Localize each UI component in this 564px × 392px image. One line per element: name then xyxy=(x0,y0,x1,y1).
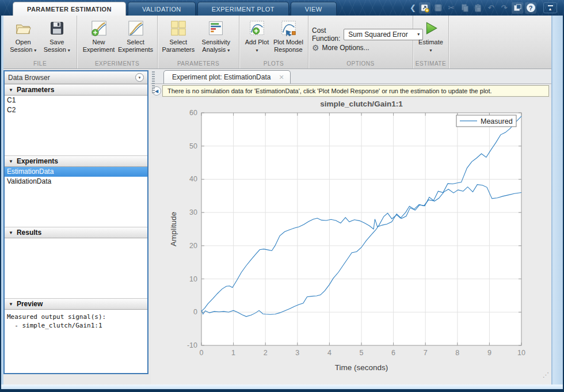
preview-text: Measured output signal(s): - simple_clut… xyxy=(7,313,145,330)
document-tab-strip: Experiment plot: EstimationData ✕ xyxy=(151,70,551,84)
ribbon-toolstrip: Open Session▾ Save Session▾ xyxy=(3,16,551,69)
parameter-item-c2[interactable]: C2 xyxy=(5,105,147,115)
app-window: PARAMETER ESTIMATIONVALIDATIONEXPERIMENT… xyxy=(0,0,564,392)
section-header-results[interactable]: ▼ Results xyxy=(5,227,147,238)
help-button[interactable]: ? xyxy=(525,2,536,14)
ribbon-group-options: Cost Function: Sum Squared Error ▾ ⚙ Mor… xyxy=(308,16,413,68)
y-tick-label: 40 xyxy=(189,175,197,183)
x-tick-label: 1 xyxy=(231,349,235,357)
cost-function-value: Sum Squared Error xyxy=(348,31,407,39)
y-tick-label: 60 xyxy=(189,109,197,117)
open-session-dropdown-icon: ▾ xyxy=(34,48,36,53)
data-browser-menu-button[interactable]: ▾ xyxy=(135,73,144,82)
cut-button[interactable]: ✂ xyxy=(445,2,457,14)
select-experiments-icon xyxy=(127,19,145,37)
ribbon-tab-bar: PARAMETER ESTIMATIONVALIDATIONEXPERIMENT… xyxy=(13,2,337,16)
add-plot-button[interactable]: Add Plot ▾ xyxy=(243,18,271,54)
new-experiment-icon xyxy=(90,19,108,37)
legend-label: Measured xyxy=(481,117,513,125)
parameter-item-c1[interactable]: C1 xyxy=(5,96,147,105)
collapse-ribbon-button[interactable]: ▲ xyxy=(543,2,557,13)
select-experiments-button[interactable]: Select Experiments xyxy=(118,18,154,53)
add-plot-label: Add Plot xyxy=(245,39,269,45)
section-header-experiments[interactable]: ▼ Experiments xyxy=(5,155,147,167)
new-experiment-button[interactable]: New Experiment xyxy=(81,18,117,53)
x-tick-label: 8 xyxy=(455,349,459,357)
group-label-experiments: EXPERIMENTS xyxy=(77,60,157,68)
x-tick-label: 3 xyxy=(295,349,299,357)
experiment-plot-tab[interactable]: Experiment plot: EstimationData ✕ xyxy=(163,70,291,83)
redo-button[interactable]: ↷ xyxy=(498,2,510,14)
chart-title: simple_clutch/Gain1:1 xyxy=(320,100,403,108)
close-tab-icon[interactable]: ✕ xyxy=(279,74,284,81)
ribbon-group-file: Open Session▾ Save Session▾ xyxy=(3,16,77,68)
more-options-button[interactable]: ⚙ More Options... xyxy=(312,44,409,52)
results-list xyxy=(5,238,147,298)
y-tick-label: -10 xyxy=(187,341,197,349)
plot-model-response-icon xyxy=(279,19,298,37)
open-session-button[interactable]: Open Session▾ xyxy=(7,18,40,54)
ribbon-group-estimate: Estimate ▾ ESTIMATE xyxy=(413,16,449,68)
ribbon-tab-parameter-estimation[interactable]: PARAMETER ESTIMATION xyxy=(13,2,126,16)
window-layout-button[interactable] xyxy=(512,2,523,14)
y-tick-label: 0 xyxy=(193,308,197,316)
plot-model-response-label1: Plot Model xyxy=(273,39,303,45)
group-label-estimate: ESTIMATE xyxy=(413,60,448,68)
new-script-button[interactable] xyxy=(419,2,430,14)
select-parameters-label2: Parameters xyxy=(162,46,195,53)
redo-icon: ↷ xyxy=(501,4,508,12)
select-parameters-icon xyxy=(169,19,188,37)
y-tick-label: 20 xyxy=(189,242,197,250)
new-experiment-label2: Experiment xyxy=(83,46,115,53)
add-plot-icon xyxy=(247,19,266,37)
select-experiments-label1: Select xyxy=(127,39,144,45)
panel-splitter-handle[interactable] xyxy=(152,71,155,93)
save-session-button[interactable]: Save Session▾ xyxy=(41,18,74,54)
select-parameters-button[interactable]: Select Parameters xyxy=(161,18,196,53)
ribbon-tab-experiment-plot[interactable]: EXPERIMENT PLOT xyxy=(197,2,289,16)
data-browser-title: Data Browser xyxy=(8,74,50,82)
section-header-preview[interactable]: ▼ Preview xyxy=(5,298,147,310)
collapse-triangle-icon: ▼ xyxy=(9,159,13,164)
window-layout-icon xyxy=(513,3,522,12)
gear-icon: ⚙ xyxy=(312,44,319,52)
experiment-item-validationdata[interactable]: ValidationData xyxy=(5,177,147,187)
cost-function-select[interactable]: Sum Squared Error ▾ xyxy=(344,29,423,40)
open-session-label2: Session xyxy=(10,46,32,53)
ribbon-group-parameters: Select Parameters Sensitivity xyxy=(158,16,239,68)
estimate-button[interactable]: Estimate ▾ xyxy=(417,18,445,54)
preview-pane: Measured output signal(s): - simple_clut… xyxy=(5,310,147,373)
save-session-label1: Save xyxy=(49,39,64,45)
parameters-list: C1C2 xyxy=(5,96,147,155)
group-label-parameters: PARAMETERS xyxy=(158,60,239,68)
figure-resize-grip[interactable]: ⋰ xyxy=(543,371,549,379)
save-button[interactable] xyxy=(432,2,444,14)
ribbon-tab-view[interactable]: VIEW xyxy=(291,2,337,16)
open-session-label1: Open xyxy=(16,39,31,45)
cut-icon: ✂ xyxy=(448,4,455,12)
paste-button[interactable] xyxy=(472,2,483,14)
ribbon-tab-validation[interactable]: VALIDATION xyxy=(128,2,196,16)
sensitivity-analysis-button[interactable]: Sensitivity Analysis▾ xyxy=(197,18,235,54)
section-header-parameters[interactable]: ▼ Parameters xyxy=(5,84,147,96)
qat-overflow-chevron[interactable]: ❮ xyxy=(410,3,416,12)
undo-button[interactable]: ↶ xyxy=(485,2,497,14)
group-label-file: FILE xyxy=(3,60,77,68)
collapse-ribbon-bar xyxy=(548,5,553,6)
status-bar xyxy=(1,385,563,389)
x-tick-label: 10 xyxy=(517,349,525,357)
y-tick-label: 50 xyxy=(189,142,197,150)
copy-button[interactable] xyxy=(459,2,470,14)
sensitivity-analysis-label2: Analysis xyxy=(202,46,226,53)
group-label-plots: PLOTS xyxy=(239,60,308,68)
y-tick-label: 10 xyxy=(189,275,197,283)
group-label-options: OPTIONS xyxy=(308,60,413,68)
results-section-label: Results xyxy=(17,229,41,237)
undo-icon: ↶ xyxy=(488,4,494,12)
info-message-bar: There is no simulation data for 'Estimat… xyxy=(162,85,549,97)
plot-model-response-button[interactable]: Plot Model Response xyxy=(272,18,304,53)
new-script-icon xyxy=(420,3,429,13)
x-tick-label: 0 xyxy=(200,349,204,357)
experiment-item-estimationdata[interactable]: EstimationData xyxy=(5,167,147,177)
collapse-triangle-icon: ▼ xyxy=(9,230,13,235)
